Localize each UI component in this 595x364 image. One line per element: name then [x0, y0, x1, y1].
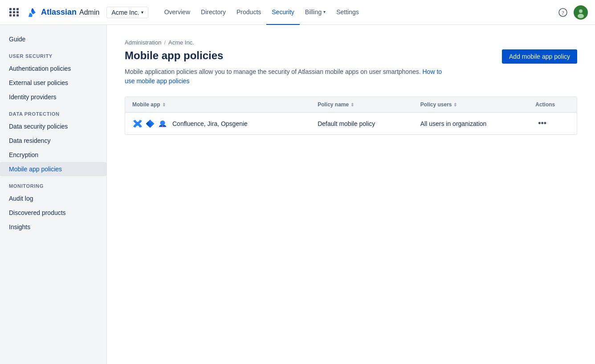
col-policy-users: Policy users ⇕: [413, 97, 528, 113]
help-icon: ?: [558, 8, 567, 17]
org-selector[interactable]: Acme Inc. ▾: [106, 7, 148, 18]
brand-name: Atlassian: [41, 8, 77, 17]
apps-grid-button[interactable]: [7, 5, 21, 20]
svg-point-4: [578, 14, 584, 18]
sort-icon-policy-users: ⇕: [453, 102, 457, 107]
policies-table: Mobile app ⇕ Policy name ⇕: [125, 97, 577, 134]
col-policy-users-label: Policy users: [420, 101, 452, 108]
brand: Atlassian Admin: [25, 5, 99, 20]
opsgenie-icon: [157, 118, 168, 129]
topnav-right: ?: [556, 5, 588, 20]
add-mobile-app-policy-button[interactable]: Add mobile app policy: [502, 49, 577, 64]
sidebar-item-identity-providers[interactable]: Identity providers: [0, 90, 106, 104]
sidebar-item-data-security-policies[interactable]: Data security policies: [0, 119, 106, 133]
apps-label: Confluence, Jira, Opsgenie: [172, 120, 248, 127]
apps-grid-icon: [8, 6, 21, 18]
sidebar-section-data-protection: DATA PROTECTION: [0, 104, 106, 119]
page-header-left: Mobile app policies Mobile application p…: [125, 49, 445, 86]
sidebar-section-user-security: USER SECURITY: [0, 46, 106, 61]
sidebar-item-mobile-app-policies[interactable]: Mobile app policies: [0, 162, 106, 176]
svg-point-3: [579, 9, 583, 13]
billing-nav-with-arrow: Billing ▾: [305, 8, 326, 16]
avatar-icon: [575, 6, 587, 19]
chevron-down-icon: ▾: [141, 10, 143, 15]
col-mobile-app-sortable[interactable]: Mobile app ⇕: [132, 101, 303, 108]
col-actions-label: Actions: [535, 101, 555, 108]
nav-settings[interactable]: Settings: [331, 0, 364, 25]
svg-text:?: ?: [562, 10, 564, 16]
sidebar-section-monitoring: MONITORING: [0, 176, 106, 191]
page-layout: Guide USER SECURITY Authentication polic…: [0, 25, 595, 364]
col-policy-name-label: Policy name: [318, 101, 349, 108]
cell-actions: •••: [528, 113, 577, 135]
cell-policy-name: Default mobile policy: [310, 113, 413, 135]
nav-billing[interactable]: Billing ▾: [300, 0, 331, 25]
billing-chevron-icon: ▾: [323, 9, 326, 14]
nav-products[interactable]: Products: [231, 0, 266, 25]
sidebar-item-insights[interactable]: Insights: [0, 220, 106, 234]
col-policy-name-sortable[interactable]: Policy name ⇕: [318, 101, 406, 108]
col-actions: Actions: [528, 97, 577, 113]
sidebar-guide[interactable]: Guide: [0, 32, 106, 46]
org-name: Acme Inc.: [111, 9, 139, 16]
sidebar-item-data-residency[interactable]: Data residency: [0, 133, 106, 148]
nav-links: Overview Directory Products Security Bil…: [159, 0, 364, 25]
sidebar-item-audit-log[interactable]: Audit log: [0, 191, 106, 206]
atlassian-logo: Atlassian: [25, 5, 77, 20]
topnav-left: Atlassian Admin Acme Inc. ▾ Overview Dir…: [7, 0, 552, 25]
sort-icon-mobile-app: ⇕: [162, 102, 166, 107]
table-header: Mobile app ⇕ Policy name ⇕: [125, 97, 577, 113]
breadcrumb-separator: /: [164, 39, 166, 46]
actions-menu-button[interactable]: •••: [535, 118, 549, 129]
main-content: Administration / Acme Inc. Mobile app po…: [107, 25, 595, 364]
nav-overview[interactable]: Overview: [159, 0, 196, 25]
col-mobile-app-label: Mobile app: [132, 101, 160, 108]
sidebar-item-auth-policies[interactable]: Authentication policies: [0, 61, 106, 76]
sidebar-item-external-user-policies[interactable]: External user policies: [0, 76, 106, 90]
sidebar-item-discovered-products[interactable]: Discovered products: [0, 206, 106, 220]
jira-icon: [145, 118, 155, 129]
col-mobile-app: Mobile app ⇕: [125, 97, 310, 113]
confluence-icon: [132, 118, 143, 129]
billing-label: Billing: [305, 8, 322, 16]
actions-ellipsis-icon: •••: [538, 119, 546, 128]
help-button[interactable]: ?: [556, 5, 570, 20]
cell-policy-users: All users in organization: [413, 113, 528, 135]
sort-icon-policy-name: ⇕: [350, 102, 354, 107]
table-row: Confluence, Jira, Opsgenie Default mobil…: [125, 113, 577, 135]
col-policy-name: Policy name ⇕: [310, 97, 413, 113]
page-header: Mobile app policies Mobile application p…: [125, 49, 577, 86]
app-icons-group: Confluence, Jira, Opsgenie: [132, 118, 303, 129]
cell-mobile-app: Confluence, Jira, Opsgenie: [125, 113, 310, 135]
table-body: Confluence, Jira, Opsgenie Default mobil…: [125, 113, 577, 135]
svg-point-5: [160, 120, 165, 125]
policies-table-container: Mobile app ⇕ Policy name ⇕: [125, 97, 577, 135]
breadcrumb: Administration / Acme Inc.: [125, 39, 577, 46]
page-description: Mobile application policies allow you to…: [125, 67, 445, 86]
breadcrumb-org[interactable]: Acme Inc.: [168, 39, 194, 46]
top-navigation: Atlassian Admin Acme Inc. ▾ Overview Dir…: [0, 0, 595, 25]
nav-directory[interactable]: Directory: [196, 0, 231, 25]
user-avatar[interactable]: [574, 5, 588, 20]
page-description-text: Mobile application policies allow you to…: [125, 68, 421, 75]
nav-security[interactable]: Security: [266, 0, 300, 25]
sidebar: Guide USER SECURITY Authentication polic…: [0, 25, 107, 364]
brand-admin-label: Admin: [79, 8, 99, 16]
page-title: Mobile app policies: [125, 49, 445, 62]
breadcrumb-administration[interactable]: Administration: [125, 39, 161, 46]
sidebar-item-encryption[interactable]: Encryption: [0, 148, 106, 162]
col-policy-users-sortable[interactable]: Policy users ⇕: [420, 101, 521, 108]
